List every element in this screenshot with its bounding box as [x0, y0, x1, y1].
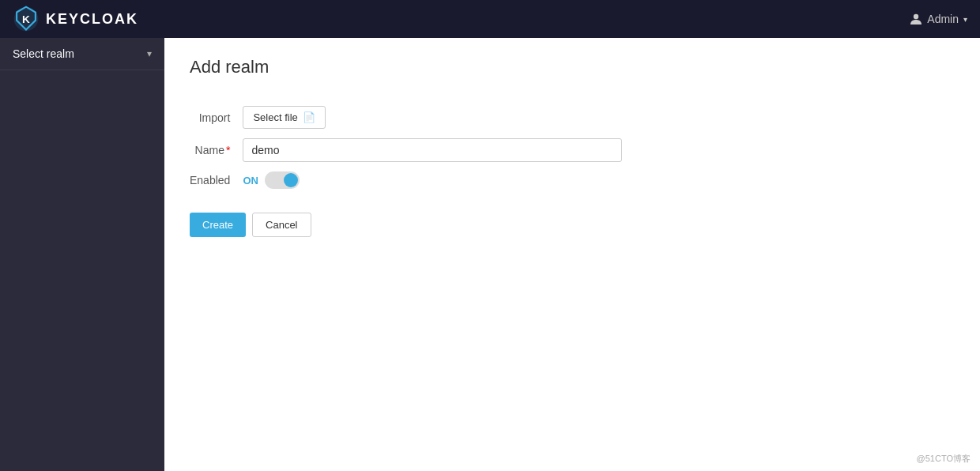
keycloak-logo: K — [13, 6, 40, 32]
brand-label: KEYCLOAK — [46, 11, 138, 28]
import-label: Import — [190, 106, 243, 129]
main-layout: Select realm ▾ Add realm Import Select f… — [0, 38, 980, 471]
watermark: @51CTO博客 — [917, 453, 971, 465]
name-row: Name* — [190, 138, 622, 162]
chevron-down-icon: ▾ — [147, 48, 152, 59]
name-input[interactable] — [243, 138, 622, 162]
add-realm-form: Import Select file 📄 Name* — [190, 96, 622, 198]
sidebar: Select realm ▾ — [0, 38, 164, 471]
select-file-label: Select file — [253, 111, 297, 123]
enabled-row: Enabled ON — [190, 171, 622, 189]
page-title: Add realm — [190, 57, 955, 77]
name-label: Name* — [190, 138, 243, 162]
name-field — [243, 138, 622, 162]
keycloak-logo-icon: K — [13, 6, 40, 32]
select-file-button[interactable]: Select file 📄 — [243, 106, 325, 129]
navbar: K KEYCLOAK Admin ▾ — [0, 0, 980, 38]
toggle-on-label: ON — [243, 175, 258, 187]
toggle-knob — [284, 173, 298, 187]
toggle-container: ON — [243, 171, 622, 189]
upload-icon: 📄 — [303, 111, 315, 123]
enabled-label: Enabled — [190, 171, 243, 189]
svg-text:K: K — [22, 13, 30, 25]
admin-caret: ▾ — [963, 15, 967, 24]
svg-point-3 — [914, 14, 918, 19]
user-icon — [910, 13, 922, 25]
create-button[interactable]: Create — [190, 213, 246, 237]
enabled-toggle[interactable] — [265, 171, 300, 189]
brand: K KEYCLOAK — [13, 6, 138, 32]
select-realm-label: Select realm — [13, 47, 74, 60]
enabled-field: ON — [243, 171, 622, 189]
import-row: Import Select file 📄 — [190, 106, 622, 129]
import-field: Select file 📄 — [243, 106, 622, 129]
content-area: Add realm Import Select file 📄 Name* — [164, 38, 980, 471]
action-buttons: Create Cancel — [190, 213, 955, 237]
required-indicator: * — [226, 144, 230, 156]
select-realm-button[interactable]: Select realm ▾ — [0, 38, 164, 70]
toggle-slider — [265, 171, 300, 189]
admin-label: Admin — [927, 13, 959, 25]
cancel-button[interactable]: Cancel — [252, 213, 311, 237]
admin-menu[interactable]: Admin ▾ — [910, 13, 967, 25]
